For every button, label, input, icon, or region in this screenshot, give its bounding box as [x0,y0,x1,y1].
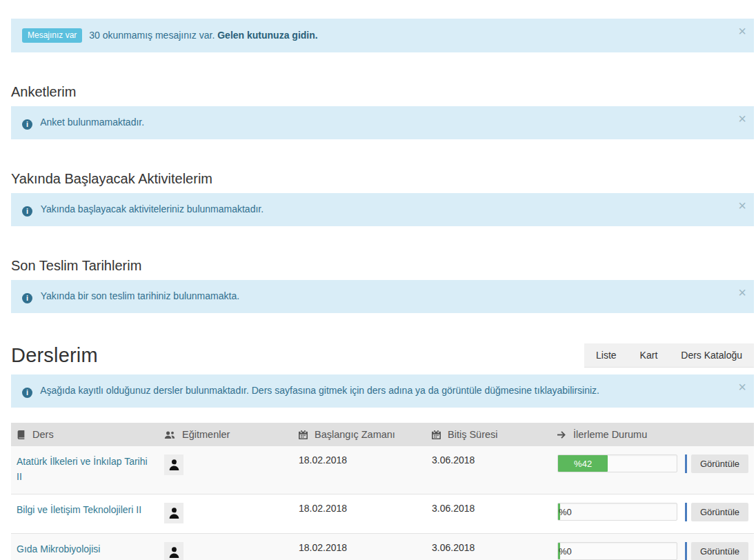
close-icon[interactable] [738,112,746,126]
deadlines-alert-text: Yakında bir son teslim tarihiniz bulunma… [41,290,239,301]
activities-alert: Yakında başlayacak aktiviteleriniz bulun… [11,193,754,226]
progress-bar: %0 [557,542,677,560]
info-icon [22,293,32,303]
view-course-button[interactable]: Görüntüle [691,454,748,473]
course-catalog-button[interactable]: Ders Kataloğu [669,343,754,367]
section-title: Anketlerim [11,84,754,100]
instructor-avatar[interactable] [164,454,183,475]
progress-label: %0 [558,507,572,517]
close-icon[interactable] [738,199,746,212]
view-course-button[interactable]: Görüntüle [691,503,748,521]
book-icon [17,429,26,440]
view-card-button[interactable]: Kart [628,343,670,367]
column-header-end: Bitiş Süresi [426,423,552,446]
view-toggle-group: Liste Kart Ders Kataloğu [584,343,754,368]
table-row: Gıda Mikrobiyolojisi 18.02.2018 3.06.201… [11,534,754,560]
view-list-button[interactable]: Liste [584,343,628,367]
activities-alert-text: Yakında başlayacak aktiviteleriniz bulun… [41,203,263,214]
start-date: 18.02.2018 [293,446,426,494]
section-title: Yakında Başlayacak Aktivitelerim [11,171,754,187]
instructor-avatar[interactable] [164,542,183,560]
end-date: 3.06.2018 [426,446,552,494]
messages-alert: Mesajınız var 30 okunmamış mesajınız var… [11,19,754,52]
course-link[interactable]: Atatürk İlkeleri ve İnkılap Tarihi II [17,456,148,482]
progress-bar: %42 [557,454,677,472]
section-surveys: Anketlerim Anket bulunmamaktadır. [11,84,754,139]
column-header-instructors: Eğitmenler [159,423,293,446]
column-header-course: Ders [11,423,159,446]
messages-alert-text: 30 okunmamış mesajınız var. [89,30,215,41]
table-row: Atatürk İlkeleri ve İnkılap Tarihi II 18… [11,446,754,494]
close-icon[interactable] [738,380,746,394]
column-header-progress: İlerleme Durumu [552,423,679,446]
table-header-row: Ders Eğitmenler Başlangıç Zamanı Bitiş S… [11,423,754,446]
close-icon[interactable] [738,24,746,38]
info-icon [22,119,32,130]
courses-info-alert: Aşağıda kayıtlı olduğunuz dersler bulunm… [11,374,754,408]
progress-bar: %0 [557,503,677,521]
view-course-button[interactable]: Görüntüle [691,542,748,560]
info-icon [22,206,32,217]
column-header-start: Başlangıç Zamanı [293,423,426,446]
deadlines-alert: Yakında bir son teslim tarihiniz bulunma… [11,280,754,313]
page-title: Derslerim [11,344,98,367]
messages-badge: Mesajınız var [22,28,82,43]
column-header-actions [679,423,754,446]
progress-label: %0 [558,546,572,557]
calendar-icon [432,429,441,440]
user-icon [168,459,180,471]
user-icon [168,546,180,559]
end-date: 3.06.2018 [426,534,552,560]
instructor-avatar[interactable] [164,503,183,523]
row-accent-bar [685,454,687,473]
surveys-alert-text: Anket bulunmamaktadır. [40,117,144,128]
inbox-link[interactable]: Gelen kutunuza gidin. [217,30,317,41]
start-date: 18.02.2018 [293,534,426,560]
surveys-alert: Anket bulunmamaktadır. [11,106,754,139]
user-icon [168,507,180,519]
course-link[interactable]: Gıda Mikrobiyolojisi [17,543,100,554]
row-accent-bar [685,503,687,521]
arrow-right-icon [557,429,566,440]
courses-header: Derslerim Liste Kart Ders Kataloğu [11,343,754,368]
section-title: Son Teslim Tarihlerim [11,258,754,274]
course-link[interactable]: Bilgi ve İletişim Teknolojileri II [17,504,141,515]
calendar-icon [299,429,308,440]
courses-table: Ders Eğitmenler Başlangıç Zamanı Bitiş S… [11,423,754,560]
row-accent-bar [685,542,687,560]
dashboard-page: Mesajınız var 30 okunmamış mesajınız var… [0,0,756,560]
table-row: Bilgi ve İletişim Teknolojileri II 18.02… [11,494,754,534]
section-upcoming-activities: Yakında Başlayacak Aktivitelerim Yakında… [11,171,754,226]
users-icon [164,429,175,440]
close-icon[interactable] [738,286,746,299]
courses-info-text: Aşağıda kayıtlı olduğunuz dersler bulunm… [40,385,599,396]
info-icon [22,388,32,398]
end-date: 3.06.2018 [426,494,552,534]
start-date: 18.02.2018 [293,494,426,534]
section-deadlines: Son Teslim Tarihlerim Yakında bir son te… [11,258,754,313]
progress-label: %42 [574,459,592,469]
